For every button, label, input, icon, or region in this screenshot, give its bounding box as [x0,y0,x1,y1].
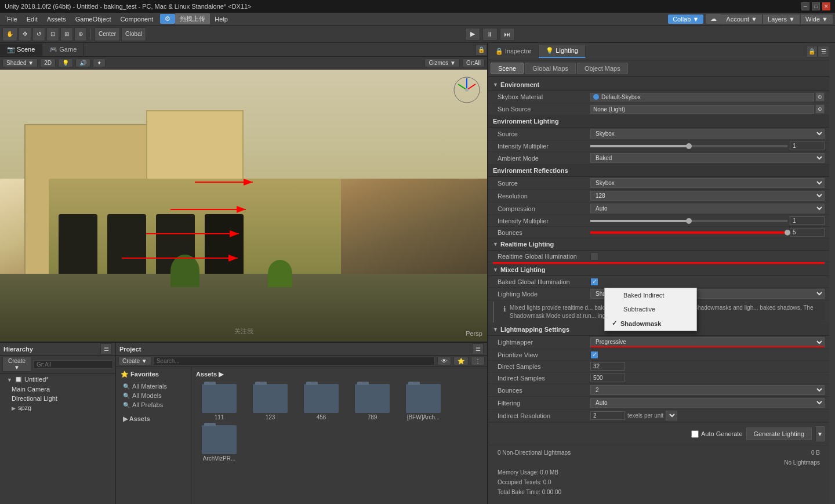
tool-scale[interactable]: ⊡ [46,27,59,41]
env-source-select[interactable]: Skybox [590,129,825,139]
lightmapper-select[interactable]: Progressive [590,337,825,347]
light-icon[interactable]: 💡 [58,59,73,67]
ref-bounces-input[interactable] [790,228,825,237]
object-maps-subtab[interactable]: Object Maps [577,63,628,74]
menu-upload[interactable]: 拖拽上传 [175,13,210,24]
sun-source-picker[interactable]: None (Light) [590,105,814,114]
tree-item-spzg[interactable]: ▶spzg [2,403,113,412]
right-panel-menu[interactable]: ☰ [818,46,829,57]
mixed-lighting-header[interactable]: ▼ Mixed Lighting [488,264,829,276]
env-intensity-thumb[interactable] [686,143,692,149]
tool-rect[interactable]: ⊞ [60,27,73,41]
tool-transform[interactable]: ⊕ [74,27,87,41]
prioritize-checkbox[interactable]: ✓ [590,351,598,359]
tree-item-untitled[interactable]: ▼🔲 Untitled* [2,375,113,385]
skybox-select-btn[interactable]: ⊙ [815,92,825,101]
ambient-mode-select[interactable]: Baked [590,153,825,163]
env-intensity-input[interactable] [790,142,825,150]
menu-collab-icon[interactable]: ⚙ [160,14,175,24]
ref-bounces-thumb[interactable] [785,230,790,235]
project-star-button[interactable]: ⭐ [453,357,469,365]
dropdown-subtractive[interactable]: Subtractive [605,302,696,316]
ref-source-select[interactable]: Skybox [590,178,825,188]
menu-component[interactable]: Component [115,14,158,24]
menu-help[interactable]: Help [210,14,233,24]
play-button[interactable]: ▶ [465,28,480,41]
environment-section-header[interactable]: ▼ Environment [488,79,829,91]
minimize-button[interactable]: ─ [801,2,809,10]
fx-button[interactable]: ✦ [93,59,106,67]
baked-gi-checkbox[interactable]: ✓ [590,278,598,286]
favorite-all-models[interactable]: 🔍All Models [118,391,188,400]
project-create-button[interactable]: Create ▼ [118,357,151,365]
menu-gameobject[interactable]: GameObject [71,14,116,24]
hierarchy-menu-icon[interactable]: ☰ [100,343,112,355]
center-button[interactable]: Center [95,27,120,41]
resolution-select[interactable]: 128 [590,191,825,201]
project-eye-button[interactable]: 👁 [437,357,451,365]
favorite-all-prefabs[interactable]: 🔍All Prefabs [118,400,188,409]
indirect-res-input[interactable] [590,411,625,420]
pause-button[interactable]: ⏸ [482,28,498,41]
bounces-select[interactable]: 2 [590,385,825,395]
folder-789[interactable]: 789 [349,384,395,420]
compression-select[interactable]: Auto [590,204,825,213]
right-panel-lock[interactable]: 🔒 [806,46,818,57]
maximize-button[interactable]: □ [812,2,820,10]
folder-archviz[interactable]: ArchVizPR... [196,425,242,462]
generate-lighting-button[interactable]: Generate Lighting [746,427,812,440]
auto-generate-checkbox[interactable] [691,430,699,438]
realtime-gi-checkbox[interactable] [590,252,598,260]
menu-assets[interactable]: Assets [42,14,71,24]
folder-bfw[interactable]: [BFW]Arch... [400,384,446,420]
favorite-all-materials[interactable]: 🔍All Materials [118,382,188,391]
generate-dropdown-button[interactable]: ▼ [815,426,825,441]
env-intensity-slider[interactable] [590,145,787,147]
ref-intensity-slider[interactable] [590,220,787,222]
scene-subtab[interactable]: Scene [491,63,524,74]
filtering-select[interactable]: Auto [590,398,825,408]
realtime-lighting-header[interactable]: ▼ Realtime Lighting [488,238,829,251]
folder-123[interactable]: 123 [247,384,293,420]
skybox-material-picker[interactable]: Default-Skybox [590,93,814,101]
global-button[interactable]: Global [121,27,146,41]
lighting-tab[interactable]: 💡 Lighting [539,45,586,58]
tool-hand[interactable]: ✋ [2,27,17,41]
game-tab[interactable]: 🎮 Game [42,43,84,56]
dropdown-shadowmask[interactable]: ✓ Shadowmask [605,316,696,331]
indirect-samples-input[interactable] [590,374,625,382]
dropdown-baked-indirect[interactable]: Baked Indirect [605,288,696,302]
menu-edit[interactable]: Edit [22,14,42,24]
project-options-button[interactable]: ⋮ [471,357,485,365]
audio-icon[interactable]: 🔊 [75,59,90,67]
tool-move[interactable]: ✥ [19,27,31,41]
cloud-button[interactable]: ☁ [706,14,721,24]
project-menu-icon[interactable]: ☰ [472,343,484,355]
tool-rotate[interactable]: ↺ [32,27,45,41]
account-button[interactable]: Account ▼ [721,14,762,24]
ref-bounces-slider[interactable] [590,231,787,234]
scene-tab[interactable]: 📷 Scene [0,43,42,56]
gizmos-button[interactable]: Gizmos ▼ [424,59,460,67]
lock-icon[interactable]: 🔒 [475,44,487,56]
close-button[interactable]: ✕ [822,2,830,10]
folder-456[interactable]: 456 [298,384,344,420]
hierarchy-create-button[interactable]: Create ▼ [2,357,31,372]
inspector-tab[interactable]: 🔒 Inspector [488,45,539,57]
indirect-res-unit-select[interactable]: ▼ [666,411,677,420]
project-search-input[interactable] [154,357,435,365]
folder-111[interactable]: 111 [196,384,242,420]
menu-file[interactable]: File [2,14,22,24]
wide-button[interactable]: Wide ▼ [801,14,833,24]
shaded-button[interactable]: Shaded ▼ [2,59,38,67]
ref-intensity-thumb[interactable] [686,218,692,224]
ref-intensity-input[interactable] [790,216,825,225]
step-button[interactable]: ⏭ [500,28,515,41]
layers-button[interactable]: Layers ▼ [763,14,800,24]
search-scene[interactable]: Gr:All [462,59,485,67]
collab-button[interactable]: Collab ▼ [668,14,703,24]
assets-tree-item[interactable]: ▶ Assets [118,414,188,424]
hierarchy-search-input[interactable] [34,360,113,369]
direct-samples-input[interactable] [590,362,625,371]
tree-item-main-camera[interactable]: Main Camera [2,385,113,394]
